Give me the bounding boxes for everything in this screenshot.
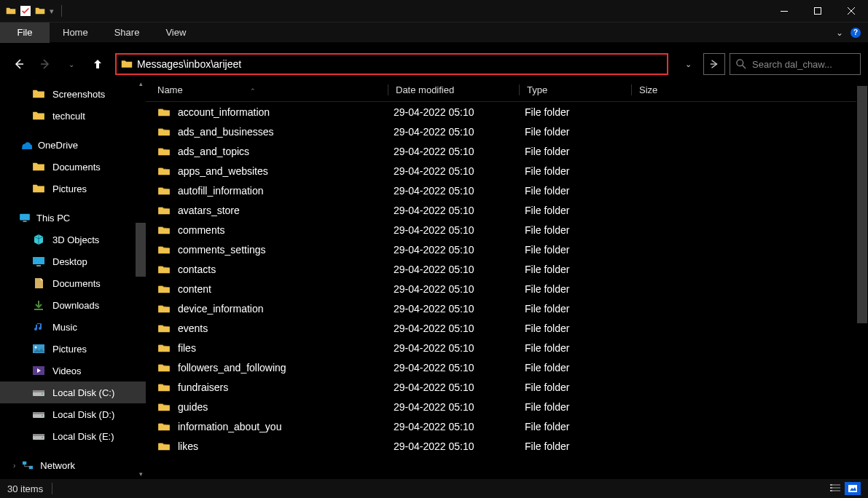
tab-share[interactable]: Share bbox=[101, 23, 153, 43]
sidebar-item-music[interactable]: Music bbox=[0, 316, 146, 338]
file-name: followers_and_following bbox=[178, 362, 394, 374]
sidebar-item-local-disk-e-[interactable]: Local Disk (E:) bbox=[0, 425, 146, 447]
minimize-button[interactable] bbox=[767, 0, 801, 22]
this-pc-icon bbox=[19, 213, 31, 222]
file-type: File folder bbox=[525, 323, 637, 334]
file-tab[interactable]: File bbox=[0, 23, 50, 43]
file-name: comments bbox=[178, 224, 394, 236]
folder-icon bbox=[157, 363, 171, 373]
sidebar-item-techcult[interactable]: techcult bbox=[0, 105, 146, 127]
file-type: File folder bbox=[525, 440, 637, 452]
file-row[interactable]: followers_and_following29-04-2022 05:10F… bbox=[146, 357, 868, 377]
folder-icon bbox=[157, 264, 171, 274]
column-date-modified[interactable]: Date modified bbox=[388, 84, 519, 95]
sidebar-item-3d-objects[interactable]: 3D Objects bbox=[0, 229, 146, 250]
file-type: File folder bbox=[525, 146, 637, 157]
tab-view[interactable]: View bbox=[152, 23, 199, 43]
sidebar-item-screenshots[interactable]: Screenshots bbox=[0, 83, 146, 105]
sidebar-item-label: Desktop bbox=[52, 256, 87, 267]
sidebar-item-onedrive-documents[interactable]: Documents bbox=[0, 156, 146, 178]
file-row[interactable]: files29-04-2022 05:10File folder bbox=[146, 338, 868, 357]
svg-rect-4 bbox=[20, 214, 30, 221]
sidebar-item-local-disk-c-[interactable]: Local Disk (C:) bbox=[0, 382, 146, 403]
address-input[interactable] bbox=[137, 58, 662, 70]
folder-icon bbox=[157, 284, 171, 294]
sidebar-item-label: Local Disk (D:) bbox=[52, 409, 114, 420]
file-date: 29-04-2022 05:10 bbox=[394, 283, 525, 295]
column-size[interactable]: Size bbox=[631, 84, 704, 95]
scrollbar-thumb[interactable] bbox=[136, 223, 146, 277]
folder-icon bbox=[157, 186, 171, 196]
file-date: 29-04-2022 05:10 bbox=[394, 146, 525, 157]
file-row[interactable]: content29-04-2022 05:10File folder bbox=[146, 279, 868, 299]
search-placeholder: Search dal_chaw... bbox=[752, 59, 832, 70]
network-icon bbox=[21, 460, 34, 470]
sidebar-item-videos[interactable]: Videos bbox=[0, 360, 146, 382]
file-row[interactable]: apps_and_websites29-04-2022 05:10File fo… bbox=[146, 161, 868, 181]
recent-dropdown-icon[interactable]: ⌄ bbox=[63, 55, 80, 73]
scroll-down-icon[interactable]: ▾ bbox=[136, 469, 146, 479]
search-icon bbox=[736, 59, 746, 69]
sidebar-network[interactable]: › Network bbox=[0, 454, 146, 476]
address-bar[interactable] bbox=[115, 53, 668, 75]
close-button[interactable] bbox=[834, 0, 868, 22]
folder-icon bbox=[35, 7, 45, 15]
file-date: 29-04-2022 05:10 bbox=[394, 440, 525, 452]
file-type: File folder bbox=[525, 421, 637, 432]
file-row[interactable]: comments_settings29-04-2022 05:10File fo… bbox=[146, 240, 868, 259]
file-row[interactable]: ads_and_topics29-04-2022 05:10File folde… bbox=[146, 141, 868, 161]
sidebar-item-documents[interactable]: Documents bbox=[0, 272, 146, 294]
scrollbar-thumb[interactable] bbox=[857, 86, 867, 323]
folder-icon bbox=[157, 107, 171, 117]
sidebar-item-desktop[interactable]: Desktop bbox=[0, 250, 146, 272]
file-scrollbar[interactable] bbox=[856, 79, 868, 479]
address-folder-icon bbox=[121, 59, 133, 69]
up-button[interactable] bbox=[89, 55, 106, 73]
file-row[interactable]: likes29-04-2022 05:10File folder bbox=[146, 436, 868, 456]
sidebar-item-pictures[interactable]: Pictures bbox=[0, 338, 146, 360]
file-row[interactable]: contacts29-04-2022 05:10File folder bbox=[146, 259, 868, 279]
file-name: autofill_information bbox=[178, 185, 394, 197]
navigation-pane[interactable]: Screenshots techcult OneDrive Documents … bbox=[0, 79, 146, 479]
forward-button[interactable] bbox=[36, 55, 54, 73]
file-row[interactable]: information_about_you29-04-2022 05:10Fil… bbox=[146, 416, 868, 436]
column-headers: Name⌃ Date modified Type Size bbox=[146, 79, 868, 102]
file-row[interactable]: ads_and_businesses29-04-2022 05:10File f… bbox=[146, 122, 868, 141]
details-view-button[interactable] bbox=[827, 482, 843, 495]
sidebar-item-onedrive-pictures[interactable]: Pictures bbox=[0, 178, 146, 199]
back-button[interactable] bbox=[10, 55, 28, 73]
folder-icon bbox=[157, 225, 171, 235]
sidebar-this-pc[interactable]: This PC bbox=[0, 207, 146, 229]
file-date: 29-04-2022 05:10 bbox=[394, 224, 525, 236]
sidebar-item-downloads[interactable]: Downloads bbox=[0, 294, 146, 316]
sidebar-item-label: Documents bbox=[52, 162, 101, 173]
address-dropdown-icon[interactable]: ⌄ bbox=[677, 53, 699, 75]
sidebar-scrollbar[interactable]: ▴ ▾ bbox=[136, 79, 146, 479]
sidebar-onedrive[interactable]: OneDrive bbox=[0, 134, 146, 156]
scroll-up-icon[interactable]: ▴ bbox=[136, 79, 146, 89]
tab-home[interactable]: Home bbox=[50, 23, 101, 43]
search-box[interactable]: Search dal_chaw... bbox=[730, 53, 861, 75]
help-icon[interactable]: ? bbox=[851, 28, 861, 38]
file-date: 29-04-2022 05:10 bbox=[394, 165, 525, 177]
file-row[interactable]: avatars_store29-04-2022 05:10File folder bbox=[146, 200, 868, 220]
file-type: File folder bbox=[525, 244, 637, 256]
downloads-icon bbox=[32, 299, 45, 311]
file-row[interactable]: device_information29-04-2022 05:10File f… bbox=[146, 299, 868, 318]
ribbon-expand-icon[interactable]: ⌄ bbox=[836, 28, 843, 38]
file-row[interactable]: events29-04-2022 05:10File folder bbox=[146, 318, 868, 338]
file-row[interactable]: guides29-04-2022 05:10File folder bbox=[146, 397, 868, 416]
disk-icon bbox=[32, 430, 45, 442]
file-row[interactable]: account_information29-04-2022 05:10File … bbox=[146, 102, 868, 122]
sidebar-item-local-disk-d-[interactable]: Local Disk (D:) bbox=[0, 403, 146, 425]
file-row[interactable]: fundraisers29-04-2022 05:10File folder bbox=[146, 377, 868, 397]
column-name[interactable]: Name⌃ bbox=[155, 84, 388, 95]
sidebar-item-label: techcult bbox=[52, 111, 85, 122]
column-type[interactable]: Type bbox=[519, 84, 631, 95]
folder-icon bbox=[157, 205, 171, 216]
file-row[interactable]: comments29-04-2022 05:10File folder bbox=[146, 220, 868, 240]
file-row[interactable]: autofill_information29-04-2022 05:10File… bbox=[146, 181, 868, 200]
maximize-button[interactable] bbox=[801, 0, 834, 22]
go-button[interactable] bbox=[703, 53, 725, 75]
thumbnails-view-button[interactable] bbox=[845, 482, 861, 495]
